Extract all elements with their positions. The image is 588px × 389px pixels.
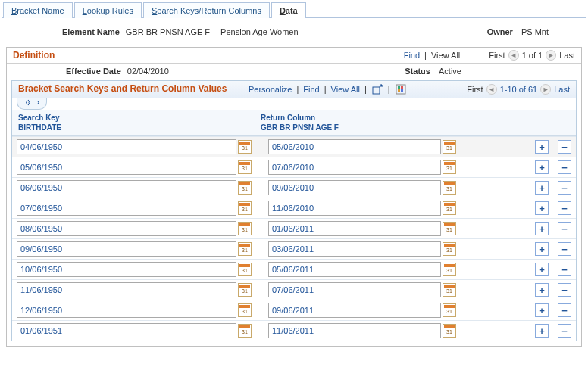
add-row-button[interactable]: +	[535, 160, 549, 174]
tab-search-keys[interactable]: Search Keys/Return Columns	[143, 2, 270, 18]
calendar-icon[interactable]	[238, 242, 252, 256]
grid-view-all[interactable]: View All	[331, 85, 360, 94]
search-key-input[interactable]	[17, 221, 236, 236]
delete-row-button[interactable]: −	[558, 140, 571, 154]
add-row-button[interactable]: +	[535, 140, 549, 154]
return-column-input[interactable]	[268, 303, 441, 318]
calendar-icon[interactable]	[443, 222, 456, 235]
delete-row-button[interactable]: −	[558, 303, 571, 317]
search-key-input[interactable]	[17, 180, 236, 195]
download-icon[interactable]	[395, 83, 407, 95]
table-row: +−	[12, 239, 576, 260]
owner-value: PS Mnt	[521, 27, 549, 36]
delete-row-button[interactable]: −	[558, 222, 571, 235]
svg-rect-6	[29, 101, 39, 104]
calendar-icon[interactable]	[443, 160, 456, 174]
search-key-input[interactable]	[17, 241, 236, 257]
data-grid: +−+−+−+−+−+−+−+−+−+−	[12, 136, 576, 341]
definition-next-icon[interactable]: ►	[546, 50, 556, 61]
search-key-input[interactable]	[17, 303, 236, 318]
table-row: +−	[12, 280, 576, 300]
add-row-button[interactable]: +	[535, 181, 549, 194]
definition-find[interactable]: Find	[404, 51, 420, 60]
element-desc: Pension Age Women	[220, 27, 299, 36]
calendar-icon[interactable]	[443, 201, 456, 215]
add-row-button[interactable]: +	[535, 303, 549, 317]
add-row-button[interactable]: +	[535, 324, 549, 338]
definition-view-all: View All	[431, 51, 460, 60]
calendar-icon[interactable]	[238, 303, 252, 317]
grid-last[interactable]: Last	[554, 85, 570, 94]
calendar-icon[interactable]	[443, 303, 456, 317]
element-name-value: GBR BR PNSN AGE F	[126, 27, 210, 36]
status-value: Active	[439, 67, 461, 76]
eff-date-label: Effective Date	[66, 67, 121, 76]
add-row-button[interactable]: +	[535, 222, 549, 235]
delete-row-button[interactable]: −	[558, 242, 571, 256]
definition-first: First	[489, 51, 505, 60]
delete-row-button[interactable]: −	[558, 181, 571, 194]
table-row: +−	[12, 137, 576, 157]
calendar-icon[interactable]	[443, 324, 456, 338]
delete-row-button[interactable]: −	[558, 201, 571, 215]
grid-personalize[interactable]: Personalize	[249, 85, 292, 94]
calendar-icon[interactable]	[238, 181, 252, 194]
return-column-input[interactable]	[268, 241, 441, 257]
definition-last: Last	[559, 51, 575, 60]
delete-row-button[interactable]: −	[558, 263, 571, 276]
search-key-input[interactable]	[17, 323, 236, 338]
calendar-icon[interactable]	[238, 222, 252, 235]
add-row-button[interactable]: +	[535, 201, 549, 215]
search-key-input[interactable]	[17, 139, 236, 154]
return-column-input[interactable]	[268, 282, 441, 297]
search-key-input[interactable]	[17, 201, 236, 216]
delete-row-button[interactable]: −	[558, 283, 571, 297]
table-row: +−	[12, 300, 576, 321]
calendar-icon[interactable]	[443, 140, 456, 154]
zoom-icon[interactable]	[371, 83, 383, 95]
delete-row-button[interactable]: −	[558, 324, 571, 338]
calendar-icon[interactable]	[238, 263, 252, 276]
col-header-search-key[interactable]: Search Key BIRTHDATE	[18, 113, 261, 132]
add-row-button[interactable]: +	[535, 283, 549, 297]
return-column-input[interactable]	[268, 201, 441, 216]
calendar-icon[interactable]	[238, 140, 252, 154]
collapse-toggle[interactable]	[17, 98, 47, 110]
status-label: Status	[405, 67, 430, 76]
search-key-input[interactable]	[17, 262, 236, 277]
calendar-icon[interactable]	[443, 263, 456, 276]
svg-rect-2	[398, 86, 400, 89]
owner-label: Owner	[487, 27, 513, 36]
calendar-icon[interactable]	[443, 181, 456, 194]
svg-rect-3	[401, 86, 403, 89]
calendar-icon[interactable]	[238, 160, 252, 174]
tab-data[interactable]: Data	[271, 2, 306, 18]
table-row: +−	[12, 321, 576, 341]
calendar-icon[interactable]	[443, 242, 456, 256]
return-column-input[interactable]	[268, 139, 441, 154]
return-column-input[interactable]	[268, 160, 441, 175]
calendar-icon[interactable]	[238, 283, 252, 297]
return-column-input[interactable]	[268, 262, 441, 277]
calendar-icon[interactable]	[443, 283, 456, 297]
add-row-button[interactable]: +	[535, 263, 549, 276]
return-column-input[interactable]	[268, 323, 441, 338]
search-key-input[interactable]	[17, 160, 236, 175]
col-header-return-column[interactable]: Return Column GBR BR PNSN AGE F	[261, 113, 488, 132]
add-row-button[interactable]: +	[535, 242, 549, 256]
grid-range[interactable]: 1-10 of 61	[500, 85, 538, 94]
delete-row-button[interactable]: −	[558, 160, 571, 174]
grid-prev-icon[interactable]: ◄	[486, 84, 497, 95]
tab-lookup-rules[interactable]: Lookup Rules	[74, 2, 142, 18]
tab-bracket-name[interactable]: Bracket Name	[3, 2, 73, 18]
table-row: +−	[12, 157, 576, 178]
return-column-input[interactable]	[268, 180, 441, 195]
grid-next-icon[interactable]: ►	[540, 84, 551, 95]
header-row: Element Name GBR BR PNSN AGE F Pension A…	[2, 18, 586, 44]
grid-find[interactable]: Find	[303, 85, 319, 94]
calendar-icon[interactable]	[238, 324, 252, 338]
return-column-input[interactable]	[268, 221, 441, 236]
search-key-input[interactable]	[17, 282, 236, 297]
definition-prev-icon[interactable]: ◄	[508, 50, 519, 61]
calendar-icon[interactable]	[238, 201, 252, 215]
